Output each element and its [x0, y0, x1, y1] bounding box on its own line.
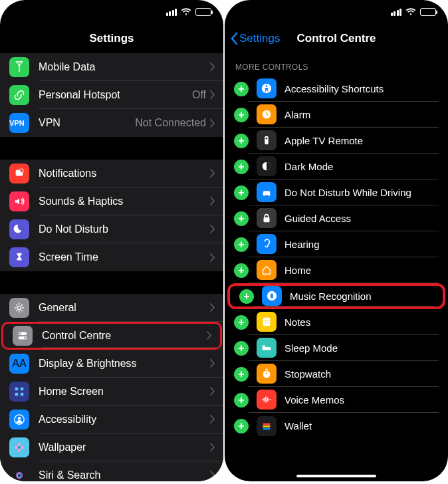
- row-value: Off: [192, 89, 206, 101]
- settings-row-display-brightness[interactable]: AA Display & Brightness: [0, 350, 223, 378]
- add-button[interactable]: +: [234, 393, 249, 408]
- settings-row-sounds-haptics[interactable]: Sounds & Haptics: [0, 187, 223, 215]
- row-label: General: [39, 302, 210, 314]
- settings-row-home-screen[interactable]: Home Screen: [0, 378, 223, 406]
- right-phone-control-centre: Settings Control Centre More Controls + …: [225, 0, 448, 481]
- control-row-voice-memos[interactable]: + Voice Memos: [225, 387, 448, 413]
- row-label: Siri & Search: [39, 469, 210, 481]
- control-row-sleep-mode[interactable]: + Sleep Mode: [225, 335, 448, 361]
- cellular-signal-icon: [166, 9, 177, 16]
- control-row-notes[interactable]: + Notes: [225, 309, 448, 335]
- settings-row-accessibility[interactable]: Accessibility: [0, 406, 223, 433]
- control-row-stopwatch[interactable]: + Stopwatch: [225, 361, 448, 387]
- settings-row-vpn[interactable]: VPN VPN Not Connected: [0, 109, 223, 137]
- add-button[interactable]: +: [234, 82, 249, 96]
- svg-point-15: [18, 446, 21, 449]
- flower-icon: [9, 437, 29, 457]
- add-button[interactable]: +: [234, 341, 249, 356]
- svg-point-14: [18, 417, 21, 420]
- svg-point-16: [18, 443, 21, 446]
- add-button[interactable]: +: [234, 315, 249, 330]
- settings-row-personal-hotspot[interactable]: Personal Hotspot Off: [0, 81, 223, 109]
- control-row-dnd-driving[interactable]: + Do Not Disturb While Driving: [225, 180, 448, 205]
- control-label: Music Recognition: [290, 291, 372, 302]
- control-label: Wallet: [284, 420, 312, 431]
- svg-rect-9: [15, 388, 19, 391]
- svg-point-32: [263, 194, 265, 196]
- add-button[interactable]: +: [239, 289, 254, 304]
- control-row-apple-tv-remote[interactable]: + Apple TV Remote: [225, 128, 448, 154]
- add-button[interactable]: +: [234, 367, 249, 382]
- moon-icon: [9, 219, 29, 239]
- control-label: Do Not Disturb While Driving: [284, 187, 411, 198]
- add-button[interactable]: +: [234, 263, 249, 278]
- svg-rect-34: [264, 217, 270, 222]
- svg-rect-10: [21, 388, 24, 391]
- clock-icon: [257, 104, 277, 124]
- control-label: Notes: [284, 316, 310, 328]
- add-button[interactable]: +: [234, 134, 249, 148]
- lock-icon: [257, 208, 277, 228]
- back-label: Settings: [239, 32, 280, 45]
- section-header-more-controls: More Controls: [225, 53, 448, 76]
- status-bar: [0, 0, 223, 24]
- chevron-right-icon: [210, 225, 215, 233]
- add-button[interactable]: +: [234, 160, 249, 174]
- svg-rect-45: [263, 427, 271, 429]
- svg-point-0: [18, 64, 21, 66]
- remote-icon: [257, 130, 277, 150]
- row-label: Home Screen: [39, 386, 210, 398]
- svg-rect-44: [263, 425, 271, 427]
- control-row-music-recognition[interactable]: + Music Recognition: [227, 283, 445, 309]
- settings-row-screen-time[interactable]: Screen Time: [0, 243, 223, 271]
- row-label: Screen Time: [39, 251, 210, 263]
- control-label: Dark Mode: [284, 161, 333, 172]
- control-row-dark-mode[interactable]: + Dark Mode: [225, 154, 448, 180]
- page-title: Settings: [89, 32, 134, 45]
- settings-row-mobile-data[interactable]: Mobile Data: [0, 53, 223, 81]
- svg-rect-43: [263, 423, 271, 425]
- svg-rect-36: [263, 318, 271, 326]
- settings-list[interactable]: Mobile Data Personal Hotspot Off VPN VPN…: [0, 53, 223, 481]
- chevron-right-icon: [210, 169, 215, 178]
- row-label: VPN: [39, 117, 135, 129]
- cellular-signal-icon: [391, 9, 402, 16]
- control-row-hearing[interactable]: + Hearing: [225, 231, 448, 257]
- control-row-guided-access[interactable]: + Guided Access: [225, 205, 448, 231]
- settings-row-general[interactable]: General: [0, 294, 223, 322]
- settings-row-siri-search[interactable]: Siri & Search: [0, 461, 223, 481]
- add-button[interactable]: +: [234, 237, 249, 252]
- add-button[interactable]: +: [234, 108, 249, 122]
- control-label: Hearing: [284, 239, 320, 250]
- add-button[interactable]: +: [234, 211, 249, 226]
- chevron-right-icon: [210, 443, 215, 451]
- back-button[interactable]: Settings: [230, 32, 280, 45]
- chevron-left-icon: [230, 32, 238, 45]
- row-label: Do Not Disturb: [39, 223, 210, 235]
- row-label: Sounds & Haptics: [39, 195, 210, 207]
- control-centre-list[interactable]: More Controls + Accessibility Shortcuts …: [225, 53, 448, 481]
- gear-icon: [9, 298, 29, 318]
- settings-row-wallpaper[interactable]: Wallpaper: [0, 433, 223, 461]
- control-label: Home: [284, 265, 311, 276]
- house-icon: [257, 260, 277, 280]
- siri-icon: [9, 465, 29, 481]
- add-button[interactable]: +: [234, 185, 249, 200]
- settings-row-do-not-disturb[interactable]: Do Not Disturb: [0, 215, 223, 243]
- chevron-right-icon: [210, 197, 215, 205]
- grid-icon: [9, 382, 29, 402]
- settings-row-notifications[interactable]: Notifications: [0, 160, 223, 187]
- control-row-accessibility-shortcuts[interactable]: + Accessibility Shortcuts: [225, 76, 448, 102]
- add-button[interactable]: +: [234, 419, 249, 433]
- control-row-alarm[interactable]: + Alarm: [225, 102, 448, 128]
- shazam-icon: [262, 286, 282, 306]
- control-label: Apple TV Remote: [284, 135, 363, 146]
- chevron-right-icon: [210, 359, 215, 368]
- control-row-wallet[interactable]: + Wallet: [225, 413, 448, 439]
- settings-row-control-centre[interactable]: Control Centre: [1, 322, 222, 350]
- svg-point-17: [21, 446, 24, 449]
- control-row-home[interactable]: + Home: [225, 257, 448, 283]
- page-title: Control Centre: [297, 32, 376, 45]
- chevron-right-icon: [210, 253, 215, 262]
- home-indicator[interactable]: [296, 475, 376, 477]
